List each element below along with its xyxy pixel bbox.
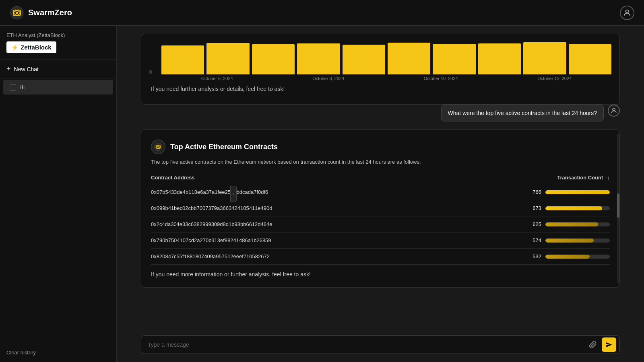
user-message: What were the top five active contracts … — [141, 105, 620, 121]
progress-bar-fill — [545, 222, 598, 226]
progress-bar-bg — [545, 206, 610, 210]
bot-response-card: Top Active Ethereum Contracts The top fi… — [141, 130, 620, 288]
user-avatar — [608, 105, 620, 117]
agent-label: ETH Analyst (ZettaBlock) — [6, 32, 110, 38]
progress-bar-fill — [545, 255, 590, 259]
attach-button[interactable] — [587, 339, 599, 350]
transaction-count-cell: 673 — [505, 200, 610, 216]
chat-item-icon — [10, 84, 16, 90]
agent-section: ETH Analyst (ZettaBlock) ⚡ ZettaBlock — [0, 26, 116, 60]
chat-history-item[interactable]: Hi — [3, 80, 113, 95]
zettablock-text: ZettaBlock — [21, 44, 52, 51]
app-header: SwarmZero — [0, 0, 644, 26]
x-axis-labels: October 6, 2024October 8, 2024October 10… — [149, 76, 611, 81]
transaction-count-cell: 532 — [505, 249, 610, 265]
svg-point-5 — [613, 108, 615, 111]
bar — [523, 42, 566, 74]
progress-bar-fill — [545, 190, 610, 194]
new-chat-label: New Chat — [14, 66, 39, 72]
input-container — [141, 335, 620, 354]
count-value: 766 — [528, 189, 541, 195]
x-group-label: October 12, 2024 — [537, 76, 572, 81]
sidebar-collapse-handle[interactable]: › — [230, 186, 237, 202]
bot-response-title: Top Active Ethereum Contracts — [170, 143, 278, 151]
count-value: 625 — [528, 221, 541, 227]
svg-point-3 — [16, 12, 18, 14]
bar — [297, 43, 340, 74]
table-row: 0x820847c55f1881807409a957512eeef7105826… — [151, 249, 610, 265]
x-group-label: October 6, 2024 — [201, 76, 233, 81]
col-count-header: Transaction Count ↑↓ — [505, 171, 610, 184]
new-chat-button[interactable]: + New Chat — [0, 60, 116, 78]
svg-point-9 — [157, 146, 159, 148]
user-bubble: What were the top five active contracts … — [441, 105, 604, 121]
scrollbar-thumb — [617, 193, 619, 218]
contract-address-cell: 0x099b41bec02cbb7007379a3663424105411e49… — [151, 200, 505, 216]
y-axis-label: 0 — [149, 70, 152, 74]
transaction-count-cell: 574 — [505, 232, 610, 249]
contract-address-cell: 0x07b5433de4b118e6a37a1fee253abdcada7f0d… — [151, 184, 505, 200]
contract-address-cell: 0x2c4da304e33c6382999309d8d1b98bb6612d46… — [151, 216, 505, 232]
progress-bar-bg — [545, 222, 610, 226]
count-value: 532 — [528, 253, 541, 259]
bar — [343, 45, 385, 74]
bot-footer-text: If you need more information or further … — [151, 271, 610, 278]
sidebar: ETH Analyst (ZettaBlock) ⚡ ZettaBlock + … — [0, 26, 117, 362]
send-button[interactable] — [602, 337, 616, 352]
progress-bar-bg — [545, 190, 610, 194]
contracts-table: Contract Address Transaction Count ↑↓ 0x… — [151, 171, 610, 265]
app-title: SwarmZero — [28, 8, 72, 17]
chevron-right-icon: › — [233, 192, 234, 196]
progress-bar-fill — [545, 206, 602, 210]
contract-address-cell: 0x820847c55f1881807409a957512eeef7105826… — [151, 249, 505, 265]
transaction-count-cell: 625 — [505, 216, 610, 232]
logo-container: SwarmZero — [10, 6, 72, 20]
bar — [569, 44, 611, 74]
clear-history-button[interactable]: Clear history — [6, 350, 110, 356]
table-row: 0x07b5433de4b118e6a37a1fee253abdcada7f0d… — [151, 184, 610, 200]
chat-messages: 0 October 6, 2024October 8, 2024October … — [117, 26, 644, 329]
x-group-label: October 10, 2024 — [424, 76, 458, 81]
count-value: 574 — [528, 237, 541, 243]
scrollbar[interactable] — [617, 134, 619, 283]
bar — [388, 43, 430, 74]
bar — [478, 43, 521, 74]
progress-bar-bg — [545, 255, 610, 259]
table-row: 0x2c4da304e33c6382999309d8d1b98bb6612d46… — [151, 216, 610, 232]
bar — [433, 44, 475, 74]
bar-chart: 0 — [149, 42, 611, 74]
progress-bar-bg — [545, 239, 610, 243]
progress-bar-fill — [545, 239, 594, 243]
col-address-header: Contract Address — [151, 171, 505, 184]
bar — [206, 43, 249, 74]
zettablock-icon: ⚡ — [11, 44, 18, 51]
chat-area: 0 October 6, 2024October 8, 2024October … — [117, 26, 644, 362]
svg-point-4 — [625, 10, 628, 12]
sidebar-footer: Clear history — [0, 343, 116, 362]
bot-response-header: Top Active Ethereum Contracts — [151, 140, 610, 154]
chart-card: 0 October 6, 2024October 8, 2024October … — [141, 34, 620, 105]
message-input[interactable] — [148, 337, 584, 352]
bot-response-subtitle: The top five active contracts on the Eth… — [151, 159, 610, 165]
contract-address-cell: 0x790b7504107cd2a270b313ef88241486a1b268… — [151, 232, 505, 249]
bot-avatar — [151, 140, 165, 154]
chat-item-label: Hi — [19, 84, 25, 90]
transaction-count-cell: 766 — [505, 184, 610, 200]
zettablock-badge: ⚡ ZettaBlock — [6, 41, 56, 53]
user-profile-icon[interactable] — [620, 6, 634, 20]
chat-input-area — [117, 329, 644, 362]
bar — [252, 44, 295, 74]
table-row: 0x099b41bec02cbb7007379a3663424105411e49… — [151, 200, 610, 216]
bar — [161, 45, 204, 74]
x-group-label: October 8, 2024 — [312, 76, 344, 81]
chart-followup-text: If you need further analysis or details,… — [149, 86, 611, 92]
plus-icon: + — [6, 65, 11, 73]
swarmzero-logo-icon — [10, 6, 24, 20]
count-value: 673 — [528, 205, 541, 211]
table-row: 0x790b7504107cd2a270b313ef88241486a1b268… — [151, 232, 610, 249]
